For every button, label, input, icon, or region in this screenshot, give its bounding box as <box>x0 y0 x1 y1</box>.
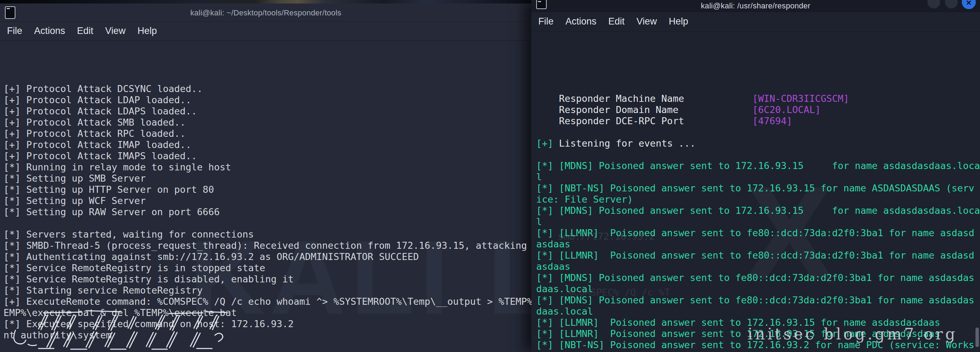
terminal-line: [*] [NBT-NS] Poisoned answer sent to 172… <box>536 182 980 194</box>
desktop: { "colors": { "terminal_green": "#2ed9a5… <box>0 0 980 352</box>
terminal-icon[interactable] <box>5 6 15 19</box>
terminal-line: daas.local <box>536 284 980 295</box>
right-titlebar[interactable]: kali@kali: /usr/share/responder <box>531 0 980 12</box>
terminal-line: [+] Protocol Attack IMAP loaded.. <box>3 139 531 151</box>
terminal-line <box>536 127 980 138</box>
terminal-line: [*] Starting service RemoteRegistry <box>3 285 531 296</box>
menu-help[interactable]: Help <box>669 16 689 27</box>
terminal-line: [*] [MDNS] Poisoned answer sent to fe80:… <box>536 272 980 284</box>
blog-watermark: initsec blog.gm7.org <box>748 325 958 343</box>
maximize-button[interactable] <box>944 0 958 9</box>
left-window-title: kali@kali: ~/Desktop/tools/Responder/too… <box>0 8 531 17</box>
menu-view[interactable]: View <box>105 25 126 36</box>
terminal-line: [+] Protocol Attack LDAPS loaded.. <box>3 106 531 117</box>
terminal-line: [*] [LLMNR] Poisoned answer sent to fe80… <box>536 227 980 239</box>
menu-edit[interactable]: Edit <box>608 16 625 27</box>
terminal-line: ice: File Server) <box>536 194 980 205</box>
left-menubar: File Actions Edit View Help <box>0 22 531 41</box>
terminal-line <box>536 149 980 160</box>
terminal-line: [+] Protocol Attack IMAPS loaded.. <box>3 151 531 162</box>
menu-file[interactable]: File <box>7 25 22 36</box>
terminal-line: tation/Redirector) <box>536 350 980 352</box>
terminal-line: l <box>536 171 980 182</box>
terminal-line: [*] Running in relay mode to single host <box>3 162 531 173</box>
scrollbar-track <box>975 0 979 352</box>
terminal-line: [*] Authenticating against smb://172.16.… <box>3 251 531 262</box>
close-button[interactable] <box>962 0 976 9</box>
terminal-line: Responder DCE-RPC Port [47694] <box>536 116 980 127</box>
terminal-window-right: kali@kali: /usr/share/responder File Act… <box>531 0 980 352</box>
terminal-line: l <box>536 216 980 227</box>
terminal-line: Responder Domain Name [6C20.LOCAL] <box>536 104 980 116</box>
terminal-line: [*] Setting up SMB Server <box>3 173 531 184</box>
menu-view[interactable]: View <box>636 16 657 27</box>
terminal-line: [+] ExecuteRemote command: %COMSPEC% /Q … <box>3 296 531 307</box>
minimize-button[interactable] <box>927 0 941 9</box>
left-terminal-output[interactable]: KALI LI [+] Protocol Attack DCSYNC loade… <box>0 41 531 352</box>
terminal-line: [*] [LLMNR] Poisoned answer sent to fe80… <box>536 250 980 261</box>
terminal-line: [+] Listening for events ... <box>536 138 980 149</box>
terminal-line: [*] Service RemoteRegistry is disabled, … <box>3 274 531 285</box>
right-window-title: kali@kali: /usr/share/responder <box>531 2 980 11</box>
terminal-line: [*] SMBD-Thread-5 (process_request_threa… <box>3 240 531 251</box>
menu-actions[interactable]: Actions <box>566 16 597 27</box>
terminal-line: asdaas <box>536 261 980 272</box>
terminal-line <box>3 218 531 229</box>
left-titlebar[interactable]: kali@kali: ~/Desktop/tools/Responder/too… <box>0 3 531 22</box>
terminal-window-left: kali@kali: ~/Desktop/tools/Responder/too… <box>0 3 531 352</box>
terminal-line: asdaas <box>536 239 980 250</box>
terminal-line: [+] Protocol Attack SMB loaded.. <box>3 117 531 128</box>
right-menubar: File Actions Edit View Help <box>531 12 980 32</box>
terminal-icon[interactable] <box>536 0 547 9</box>
menu-edit[interactable]: Edit <box>77 25 94 36</box>
terminal-line: [+] Protocol Attack LDAP loaded.. <box>3 95 531 106</box>
menu-help[interactable]: Help <box>138 25 157 36</box>
terminal-line: [*] [MDNS] Poisoned answer sent to 172.1… <box>536 160 980 171</box>
menu-file[interactable]: File <box>538 16 554 27</box>
terminal-line: [+] Protocol Attack RPC loaded.. <box>3 128 531 139</box>
terminal-line: [*] [MDNS] Poisoned answer sent to 172.1… <box>536 205 980 216</box>
terminal-line: daas.local <box>536 306 980 317</box>
right-terminal-output[interactable]: X smb://172.16.93.2 %COMSPEC% /Q /c %T R… <box>531 32 980 352</box>
terminal-line: [*] Setting up RAW Server on port 6666 <box>3 206 531 218</box>
menu-actions[interactable]: Actions <box>34 25 65 36</box>
terminal-line: [*] Setting up WCF Server <box>3 195 531 206</box>
scrollbar-thumb[interactable] <box>975 328 979 347</box>
terminal-line: [*] Servers started, waiting for connect… <box>3 229 531 240</box>
terminal-line: [*] Setting up HTTP Server on port 80 <box>3 184 531 195</box>
signature-scribble-watermark <box>5 308 243 351</box>
terminal-line: [*] Service RemoteRegistry is in stopped… <box>3 262 531 274</box>
terminal-line: Responder Machine Name [WIN-CDR3IICGSCM] <box>536 93 980 104</box>
terminal-line: [+] Protocol Attack DCSYNC loaded.. <box>3 83 531 95</box>
terminal-line: [*] [MDNS] Poisoned answer sent to fe80:… <box>536 295 980 306</box>
window-buttons <box>927 0 976 9</box>
